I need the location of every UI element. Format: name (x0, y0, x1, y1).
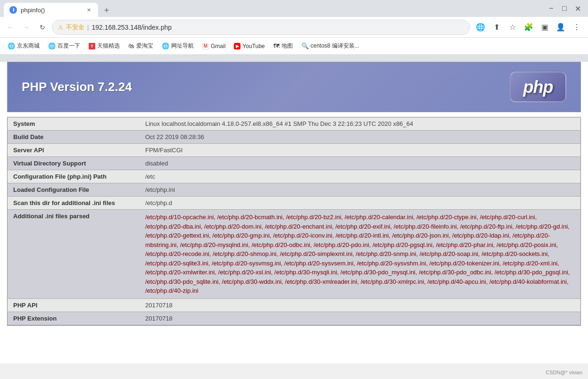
bookmark-tmall-label: 天猫精选 (97, 42, 120, 50)
tab-bar: ℹ phpinfo() ✕ + (4, 0, 113, 17)
maps-icon: 🗺 (273, 42, 280, 49)
table-key: PHP API (8, 298, 140, 312)
sidebar-button[interactable]: ▣ (537, 20, 552, 35)
address-text: 192.168.253.148/index.php (91, 24, 464, 31)
bookmark-taobao-label: 爱淘宝 (136, 42, 153, 50)
navigation-bar: ← → ↻ ⚠ 不安全 | 192.168.253.148/index.php … (0, 17, 588, 38)
bookmark-centos-label: centos8 编译安装... (311, 42, 359, 50)
forward-button[interactable]: → (20, 21, 33, 34)
table-key: Scan this dir for additional .ini files (8, 197, 140, 210)
taobao-icon: 🛍 (128, 42, 134, 49)
bookmark-baidu[interactable]: 🌐 百度一下 (44, 40, 84, 52)
refresh-button[interactable]: ↻ (36, 21, 49, 34)
table-row: Additional .ini files parsed/etc/php.d/1… (8, 210, 580, 299)
page-content: PHP Version 7.2.24 php SystemLinux local… (0, 62, 588, 363)
bookmark-maps-label: 地图 (282, 42, 293, 50)
tab-title: phpinfo() (21, 7, 81, 14)
bookmark-jd[interactable]: 🌐 京东商城 (4, 40, 43, 52)
bookmark-taobao[interactable]: 🛍 爱淘宝 (124, 40, 157, 52)
more-button[interactable]: ⋮ (569, 20, 584, 35)
table-value: /etc/php.d (140, 197, 580, 210)
bookmark-wangzhi-label: 网址导航 (171, 42, 194, 50)
address-bar[interactable]: ⚠ 不安全 | 192.168.253.148/index.php (52, 20, 470, 35)
table-row: Server APIFPM/FastCGI (8, 144, 580, 157)
table-value: 20170718 (140, 298, 580, 312)
table-row: Build DateOct 22 2019 08:28:36 (8, 131, 580, 144)
gmail-icon: M (202, 43, 209, 49)
wangzhi-icon: 🌐 (162, 42, 169, 49)
baidu-icon: 🌐 (48, 42, 56, 49)
nav-actions: 🌐 ⬆ ☆ 🧩 ▣ 👤 ⋮ (473, 20, 584, 35)
php-header: PHP Version 7.2.24 php (7, 62, 581, 112)
bookmark-jd-label: 京东商城 (17, 42, 40, 50)
php-logo-text: php (523, 77, 553, 97)
info-table-wrapper: SystemLinux localhost.localdomain 4.18.0… (7, 117, 581, 326)
jd-icon: 🌐 (8, 42, 15, 49)
profile-button[interactable]: 👤 (553, 20, 568, 35)
extension-button[interactable]: 🧩 (521, 20, 536, 35)
title-bar: ℹ phpinfo() ✕ + − □ ✕ (0, 0, 588, 17)
php-logo: php (510, 72, 566, 102)
table-row: Configuration File (php.ini) Path/etc (8, 170, 580, 183)
tab-favicon: ℹ (9, 6, 17, 14)
tmall-icon: T (89, 43, 95, 49)
back-button[interactable]: ← (4, 21, 17, 34)
info-table: SystemLinux localhost.localdomain 4.18.0… (8, 117, 580, 325)
table-value: disabled (140, 157, 580, 170)
window-controls: − □ ✕ (547, 4, 584, 13)
table-value: 20170718 (140, 312, 580, 325)
table-value: Linux localhost.localdomain 4.18.0-257.e… (140, 117, 580, 131)
table-key: Loaded Configuration File (8, 183, 140, 197)
maximize-button[interactable]: □ (560, 4, 569, 13)
bookmark-wangzhi[interactable]: 🌐 网址导航 (158, 40, 198, 52)
translate-button[interactable]: 🌐 (473, 20, 488, 35)
table-value: /etc (140, 170, 580, 183)
php-version-title: PHP Version 7.2.24 (22, 80, 132, 94)
table-key: Virtual Directory Support (8, 157, 140, 170)
bookmark-gmail[interactable]: M Gmail (199, 41, 229, 51)
bookmark-centos[interactable]: 🔍 centos8 编译安装... (298, 40, 363, 52)
table-value: Oct 22 2019 08:28:36 (140, 131, 580, 144)
table-key: System (8, 117, 140, 131)
bookmark-maps[interactable]: 🗺 地图 (270, 40, 297, 52)
bookmark-tmall[interactable]: T 天猫精选 (85, 40, 124, 52)
table-key: Additional .ini files parsed (8, 210, 140, 299)
security-label: 不安全 (66, 23, 84, 32)
bookmark-youtube-label: YouTube (242, 43, 265, 49)
browser-window: ℹ phpinfo() ✕ + − □ ✕ ← → ↻ ⚠ 不安全 | 192.… (0, 0, 588, 363)
table-value: /etc/php.ini (140, 183, 580, 197)
table-key: PHP Extension (8, 312, 140, 325)
table-key: Server API (8, 144, 140, 157)
active-tab[interactable]: ℹ phpinfo() ✕ (4, 3, 98, 17)
table-key: Build Date (8, 131, 140, 144)
minimize-button[interactable]: − (547, 4, 556, 13)
bookmarks-bar: 🌐 京东商城 🌐 百度一下 T 天猫精选 🛍 爱淘宝 🌐 网址导航 M Gmai… (0, 38, 588, 55)
table-row: PHP API20170718 (8, 298, 580, 312)
tab-close-button[interactable]: ✕ (85, 6, 92, 14)
new-tab-button[interactable]: + (100, 4, 113, 17)
table-row: PHP Extension20170718 (8, 312, 580, 325)
table-value: /etc/php.d/10-opcache.ini, /etc/php.d/20… (140, 210, 580, 299)
security-icon: ⚠ (58, 24, 63, 31)
share-button[interactable]: ⬆ (489, 20, 504, 35)
bookmark-baidu-label: 百度一下 (58, 42, 80, 50)
table-row: Loaded Configuration File/etc/php.ini (8, 183, 580, 197)
table-value: FPM/FastCGI (140, 144, 580, 157)
close-button[interactable]: ✕ (573, 4, 582, 13)
table-row: Scan this dir for additional .ini files/… (8, 197, 580, 210)
table-row: SystemLinux localhost.localdomain 4.18.0… (8, 117, 580, 131)
centos-icon: 🔍 (301, 42, 309, 49)
bookmark-button[interactable]: ☆ (505, 20, 520, 35)
bookmark-gmail-label: Gmail (211, 43, 225, 49)
table-row: Virtual Directory Supportdisabled (8, 157, 580, 170)
bookmark-youtube[interactable]: ▶ YouTube (230, 41, 268, 51)
table-key: Configuration File (php.ini) Path (8, 170, 140, 183)
youtube-icon: ▶ (234, 43, 240, 49)
